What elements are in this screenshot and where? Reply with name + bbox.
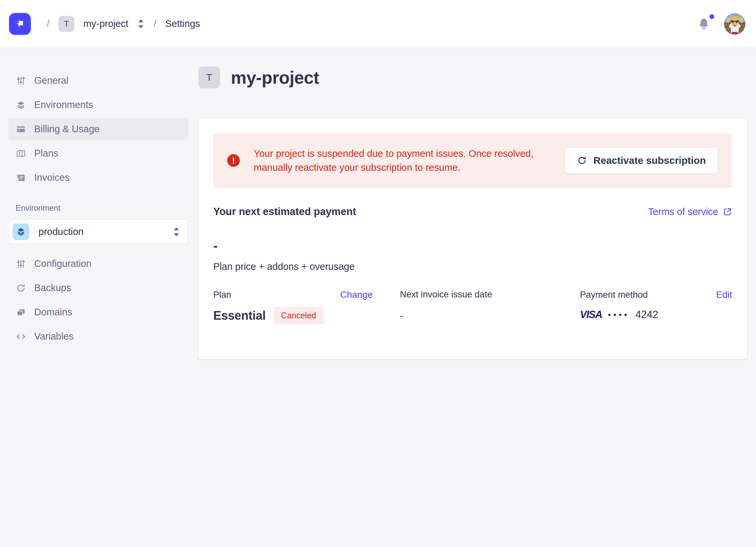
avatar-image <box>724 13 745 35</box>
main-content: T my-project ! Your project is suspended… <box>197 49 756 547</box>
sidebar-item-backups[interactable]: Backups <box>8 277 188 299</box>
svg-text:$: $ <box>17 174 19 178</box>
top-header: / T my-project / Settings <box>0 0 756 48</box>
strapi-logo-icon <box>13 17 27 31</box>
change-plan-link[interactable]: Change <box>340 290 373 300</box>
card-last4: 4242 <box>635 309 658 321</box>
canceled-badge: Canceled <box>274 307 324 324</box>
breadcrumb-settings: Settings <box>165 18 200 29</box>
project-switcher-icon[interactable] <box>137 19 144 29</box>
sidebar-item-label: Environments <box>34 99 93 110</box>
invoice-icon: $ <box>16 172 26 183</box>
sidebar-item-label: Backups <box>34 283 71 294</box>
exclamation-icon: ! <box>227 154 240 167</box>
map-icon <box>16 148 26 159</box>
sidebar-item-domains[interactable]: Domains <box>8 301 188 323</box>
sidebar-item-configuration[interactable]: Configuration <box>8 252 188 275</box>
code-icon <box>16 331 26 342</box>
sliders-icon <box>16 75 26 86</box>
sidebar-item-label: Billing & Usage <box>34 124 100 135</box>
external-link-icon <box>723 207 732 216</box>
payment-method-label: Payment method <box>580 290 648 300</box>
estimated-amount: - <box>213 238 732 253</box>
breadcrumb: / T my-project / Settings <box>47 16 200 32</box>
edit-payment-method-link[interactable]: Edit <box>716 290 732 300</box>
next-invoice-label: Next invoice issue date <box>400 290 543 300</box>
refresh-icon <box>16 283 26 294</box>
terms-of-service-link[interactable]: Terms of service <box>648 206 732 217</box>
sidebar-item-invoices[interactable]: $ Invoices <box>8 166 188 189</box>
project-chip[interactable]: T <box>58 16 74 32</box>
sidebar-item-plans[interactable]: Plans <box>8 142 188 164</box>
payment-formula: Plan price + addons + overusage <box>213 261 732 272</box>
terms-of-service-label: Terms of service <box>648 206 718 217</box>
sidebar-item-label: Plans <box>34 148 58 159</box>
payment-heading: Your next estimated payment <box>213 206 356 218</box>
windows-icon <box>16 307 26 318</box>
sidebar-item-general[interactable]: General <box>8 69 188 92</box>
sidebar-item-label: Configuration <box>34 258 92 269</box>
card-masked-dots: •••• <box>608 310 629 320</box>
page-title-row: T my-project <box>198 66 756 88</box>
payment-method-column: Payment method Edit VISA •••• 4242 <box>580 290 732 321</box>
notification-dot <box>709 14 714 19</box>
visa-logo: VISA <box>580 309 602 321</box>
sidebar-item-billing-usage[interactable]: Billing & Usage <box>8 118 188 140</box>
sidebar-item-label: Variables <box>34 331 74 342</box>
breadcrumb-separator: / <box>47 18 49 29</box>
notifications-button[interactable] <box>697 17 711 31</box>
alert-message: Your project is suspended due to payment… <box>254 146 551 174</box>
next-invoice-value: - <box>400 311 543 321</box>
sidebar-item-variables[interactable]: Variables <box>8 325 188 348</box>
settings-sidebar: General Environments Billing & Usage Pla… <box>0 49 197 547</box>
plan-column: Plan Change Essential Canceled <box>213 290 373 324</box>
sidebar-item-label: Invoices <box>34 172 69 183</box>
next-invoice-column: Next invoice issue date - <box>400 290 543 321</box>
layers-icon <box>16 100 26 110</box>
breadcrumb-separator: / <box>153 18 156 29</box>
strapi-logo[interactable] <box>9 13 31 35</box>
billing-details-row: Plan Change Essential Canceled Next invo… <box>213 290 732 324</box>
environment-select[interactable]: production <box>8 219 188 244</box>
reactivate-subscription-button[interactable]: Reactivate subscription <box>565 147 718 174</box>
bell-icon <box>697 17 711 31</box>
environment-section-label: Environment <box>16 203 188 213</box>
page-title: my-project <box>231 67 319 88</box>
sliders-icon <box>16 258 26 269</box>
layers-blue-icon <box>13 223 29 240</box>
plan-name: Essential <box>213 309 266 323</box>
reactivate-subscription-label: Reactivate subscription <box>594 155 706 166</box>
credit-card-icon <box>16 124 26 135</box>
billing-card: ! Your project is suspended due to payme… <box>198 118 747 359</box>
project-title-chip: T <box>198 66 220 88</box>
sidebar-item-label: General <box>34 75 68 86</box>
refresh-icon <box>577 155 587 165</box>
user-avatar[interactable] <box>724 13 745 35</box>
breadcrumb-project-name[interactable]: my-project <box>83 18 128 29</box>
environment-nav: Configuration Backups Domains <box>8 252 188 348</box>
payment-section-header: Your next estimated payment Terms of ser… <box>213 206 732 218</box>
environment-select-value: production <box>39 226 83 237</box>
sidebar-item-environments[interactable]: Environments <box>8 94 188 116</box>
plan-label: Plan <box>213 290 231 300</box>
sidebar-item-label: Domains <box>34 307 72 318</box>
header-actions <box>697 13 745 35</box>
environment-select-sorter-icon <box>173 227 180 237</box>
suspension-alert: ! Your project is suspended due to payme… <box>213 133 732 188</box>
